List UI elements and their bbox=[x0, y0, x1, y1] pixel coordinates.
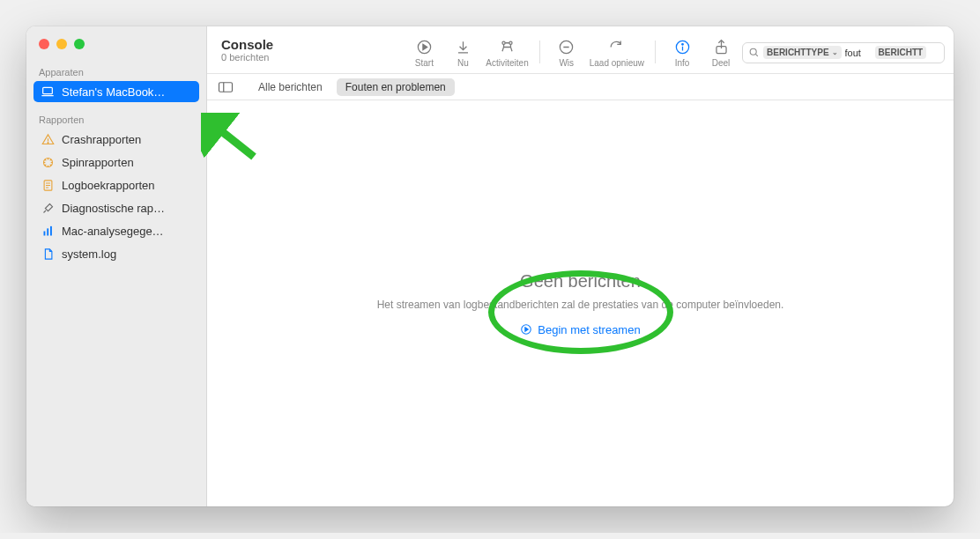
sidebar-item-label: Diagnostische rap… bbox=[62, 202, 192, 215]
maximize-button[interactable] bbox=[74, 39, 85, 49]
sidebar-section-reports: Rapporten bbox=[26, 106, 206, 129]
empty-state-title: Geen berichten bbox=[520, 271, 641, 292]
activities-icon bbox=[498, 37, 517, 56]
filter-tab-errors[interactable]: Fouten en problemen bbox=[337, 78, 455, 96]
laptop-icon bbox=[41, 85, 55, 99]
share-button[interactable]: Deel bbox=[705, 37, 737, 68]
logbook-icon bbox=[41, 178, 55, 192]
start-button[interactable]: Start bbox=[408, 37, 440, 68]
play-circle-icon bbox=[414, 37, 434, 56]
toolbar: Console 0 berichten Start Nu bbox=[207, 26, 954, 74]
share-icon bbox=[711, 37, 731, 56]
sidebar-item-label: system.log bbox=[62, 247, 192, 261]
reload-button[interactable]: Laad opnieuw bbox=[590, 37, 644, 68]
app-title: Console bbox=[221, 37, 273, 52]
clear-button[interactable]: Wis bbox=[551, 37, 583, 68]
spinner-icon bbox=[41, 155, 55, 169]
sidebar-item-label: Crashrapporten bbox=[62, 133, 192, 146]
subtitle: 0 berichten bbox=[221, 52, 273, 63]
title-block: Console 0 berichten bbox=[221, 37, 273, 63]
play-circle-icon bbox=[520, 323, 532, 336]
sidebar-item-label: Logboekrapporten bbox=[62, 179, 192, 192]
svg-rect-5 bbox=[47, 228, 48, 235]
svg-rect-6 bbox=[50, 225, 52, 235]
document-icon bbox=[41, 247, 55, 261]
search-input[interactable] bbox=[845, 48, 872, 58]
arrow-down-to-line-icon bbox=[453, 37, 472, 56]
content-area: Geen berichten Het streamen van logbesta… bbox=[207, 100, 954, 506]
svg-point-12 bbox=[681, 43, 683, 45]
link-label: Begin met streamen bbox=[538, 323, 640, 336]
window-controls bbox=[26, 26, 206, 58]
toggle-sidebar-button[interactable] bbox=[216, 78, 235, 97]
search-token-type[interactable]: BERICHTTYPE ⌄ bbox=[763, 46, 842, 59]
sidebar-item-systemlog[interactable]: system.log bbox=[33, 243, 199, 264]
sidebar-item-label: Stefan's MacBook… bbox=[62, 85, 192, 99]
close-button[interactable] bbox=[39, 39, 49, 49]
chart-bar-icon bbox=[41, 224, 55, 238]
now-button[interactable]: Nu bbox=[447, 37, 479, 68]
svg-point-14 bbox=[750, 48, 756, 55]
svg-point-8 bbox=[502, 41, 505, 44]
sidebar-item-device[interactable]: Stefan's MacBook… bbox=[33, 81, 199, 102]
sidebar-item-diagnostic[interactable]: Diagnostische rap… bbox=[33, 197, 199, 218]
search-token-trailing[interactable]: BERICHTT bbox=[875, 46, 927, 59]
app-window: Apparaten Stefan's MacBook… Rapporten Cr… bbox=[26, 26, 954, 506]
svg-rect-15 bbox=[219, 82, 233, 92]
sidebar-item-spin[interactable]: Spinrapporten bbox=[33, 151, 199, 173]
sidebar: Apparaten Stefan's MacBook… Rapporten Cr… bbox=[26, 26, 207, 506]
sidebar-item-analytics[interactable]: Mac-analysegege… bbox=[33, 220, 199, 241]
toolbar-buttons: Start Nu Activiteiten bbox=[408, 32, 737, 68]
sidebar-item-crash[interactable]: Crashrapporten bbox=[33, 129, 199, 150]
reload-icon bbox=[607, 37, 627, 56]
chevron-down-icon: ⌄ bbox=[832, 48, 838, 56]
svg-point-9 bbox=[509, 41, 512, 44]
sidebar-item-label: Mac-analysegege… bbox=[62, 225, 192, 238]
svg-point-1 bbox=[48, 142, 48, 143]
filter-bar: Alle berichten Fouten en problemen bbox=[207, 74, 954, 100]
sidebar-section-devices: Apparaten bbox=[26, 58, 206, 81]
clear-circle-icon bbox=[557, 37, 576, 56]
warning-triangle-icon bbox=[41, 132, 55, 146]
main-area: Console 0 berichten Start Nu bbox=[207, 26, 954, 506]
search-icon bbox=[748, 47, 760, 58]
svg-rect-0 bbox=[43, 87, 53, 93]
tools-icon bbox=[41, 201, 55, 215]
info-button[interactable]: Info bbox=[666, 37, 698, 68]
empty-state-subtitle: Het streamen van logbestandberichten zal… bbox=[377, 299, 784, 311]
sidebar-item-label: Spinrapporten bbox=[62, 156, 192, 169]
search-field[interactable]: BERICHTTYPE ⌄ BERICHTT bbox=[742, 42, 945, 63]
sidebar-item-log[interactable]: Logboekrapporten bbox=[33, 174, 199, 196]
activities-button[interactable]: Activiteiten bbox=[486, 37, 528, 68]
filter-tab-all[interactable]: Alle berichten bbox=[249, 78, 331, 96]
minimize-button[interactable] bbox=[56, 39, 67, 49]
start-streaming-link[interactable]: Begin met streamen bbox=[520, 323, 640, 336]
svg-rect-4 bbox=[43, 231, 45, 235]
info-circle-icon bbox=[672, 37, 692, 56]
